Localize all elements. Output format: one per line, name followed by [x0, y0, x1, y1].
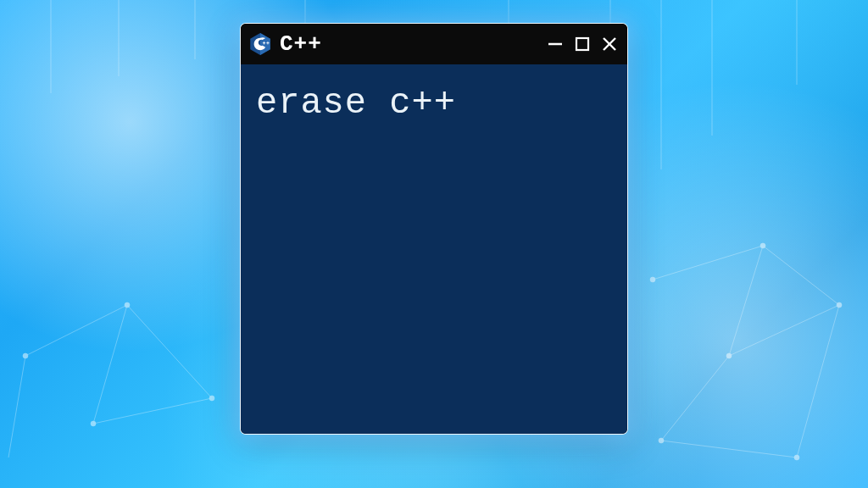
cpp-logo-icon	[248, 31, 273, 57]
minimize-button[interactable]	[546, 35, 565, 53]
svg-line-21	[729, 305, 839, 356]
svg-point-16	[91, 421, 96, 426]
svg-point-25	[650, 277, 655, 282]
svg-line-24	[797, 305, 839, 458]
close-button[interactable]	[600, 35, 619, 53]
svg-line-11	[93, 398, 212, 424]
svg-line-12	[127, 305, 212, 398]
svg-point-17	[209, 396, 214, 401]
code-text: erase c++	[256, 83, 612, 124]
svg-rect-38	[576, 38, 588, 50]
svg-point-14	[23, 353, 28, 358]
svg-line-18	[653, 246, 763, 280]
desktop-background: C++ erase c++	[0, 0, 868, 488]
maximize-button[interactable]	[573, 35, 592, 53]
terminal-window: C++ erase c++	[241, 24, 627, 434]
svg-line-9	[25, 305, 127, 356]
titlebar[interactable]: C++	[241, 24, 627, 64]
svg-rect-34	[264, 42, 264, 44]
svg-point-27	[837, 302, 842, 308]
svg-line-22	[661, 356, 729, 441]
svg-line-20	[729, 246, 763, 356]
window-controls	[546, 35, 619, 53]
svg-line-10	[93, 305, 127, 424]
window-title: C++	[280, 31, 322, 57]
svg-marker-32	[260, 33, 270, 55]
svg-point-30	[794, 455, 799, 460]
svg-point-26	[760, 243, 765, 248]
svg-rect-36	[268, 42, 269, 44]
svg-line-19	[763, 246, 839, 305]
svg-line-13	[8, 356, 25, 458]
svg-line-23	[661, 441, 797, 458]
terminal-content-area[interactable]: erase c++	[241, 64, 627, 434]
svg-point-29	[659, 438, 664, 443]
svg-point-28	[726, 353, 732, 358]
svg-point-15	[125, 302, 130, 308]
